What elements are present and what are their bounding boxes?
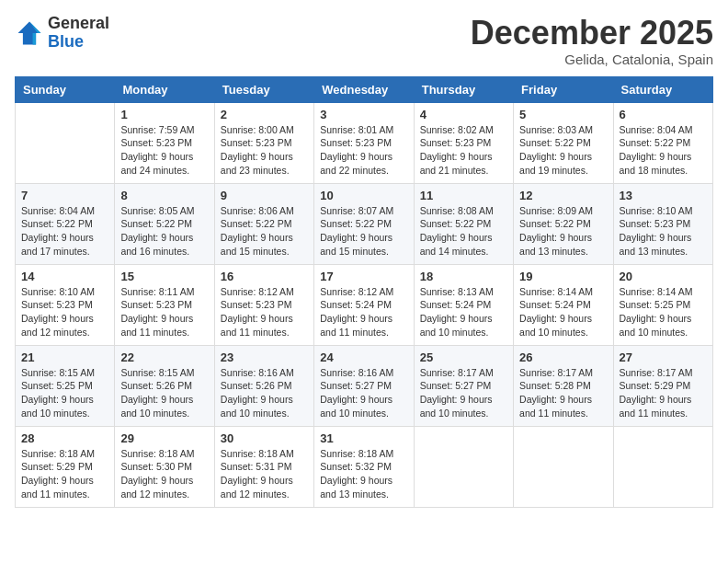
week-row-2: 7Sunrise: 8:04 AM Sunset: 5:22 PM Daylig… (16, 183, 713, 264)
day-number: 30 (221, 431, 308, 445)
calendar-cell: 7Sunrise: 8:04 AM Sunset: 5:22 PM Daylig… (16, 183, 115, 264)
day-info: Sunrise: 8:03 AM Sunset: 5:22 PM Dayligh… (519, 123, 607, 178)
calendar-cell (16, 102, 115, 183)
day-number: 3 (320, 108, 407, 121)
weekday-header-thursday: Thursday (414, 76, 513, 102)
day-info: Sunrise: 8:07 AM Sunset: 5:22 PM Dayligh… (320, 204, 407, 259)
calendar-cell: 24Sunrise: 8:16 AM Sunset: 5:27 PM Dayli… (314, 345, 414, 426)
calendar-cell: 14Sunrise: 8:10 AM Sunset: 5:23 PM Dayli… (16, 264, 115, 345)
page-header: General Blue December 2025 Gelida, Catal… (15, 15, 713, 67)
calendar-cell (514, 426, 613, 507)
day-info: Sunrise: 8:16 AM Sunset: 5:26 PM Dayligh… (221, 366, 308, 420)
calendar-cell: 17Sunrise: 8:12 AM Sunset: 5:24 PM Dayli… (314, 264, 414, 345)
day-info: Sunrise: 8:15 AM Sunset: 5:25 PM Dayligh… (21, 366, 108, 420)
day-info: Sunrise: 8:12 AM Sunset: 5:24 PM Dayligh… (320, 285, 407, 339)
logo-general-text: General (48, 15, 109, 33)
day-number: 16 (221, 270, 308, 283)
calendar-cell: 25Sunrise: 8:17 AM Sunset: 5:27 PM Dayli… (414, 345, 513, 426)
calendar-cell: 21Sunrise: 8:15 AM Sunset: 5:25 PM Dayli… (16, 345, 115, 426)
weekday-header-sunday: Sunday (16, 76, 115, 102)
calendar-cell: 8Sunrise: 8:05 AM Sunset: 5:22 PM Daylig… (115, 183, 214, 264)
day-info: Sunrise: 8:02 AM Sunset: 5:23 PM Dayligh… (420, 123, 507, 178)
day-info: Sunrise: 8:10 AM Sunset: 5:23 PM Dayligh… (620, 204, 707, 259)
logo: General Blue (15, 15, 109, 52)
day-number: 13 (620, 189, 707, 202)
day-info: Sunrise: 8:13 AM Sunset: 5:24 PM Dayligh… (420, 285, 507, 339)
day-number: 29 (120, 431, 208, 445)
day-info: Sunrise: 8:14 AM Sunset: 5:24 PM Dayligh… (519, 285, 607, 339)
title-area: December 2025 Gelida, Catalonia, Spain (471, 15, 713, 67)
day-info: Sunrise: 8:16 AM Sunset: 5:27 PM Dayligh… (320, 366, 407, 420)
calendar-cell: 5Sunrise: 8:03 AM Sunset: 5:22 PM Daylig… (514, 102, 613, 183)
calendar-cell: 20Sunrise: 8:14 AM Sunset: 5:25 PM Dayli… (613, 264, 712, 345)
day-number: 6 (620, 108, 707, 121)
logo-icon (15, 18, 44, 48)
day-info: Sunrise: 8:04 AM Sunset: 5:22 PM Dayligh… (620, 123, 707, 178)
day-number: 18 (420, 270, 507, 283)
weekday-header-wednesday: Wednesday (314, 76, 414, 102)
calendar-cell: 22Sunrise: 8:15 AM Sunset: 5:26 PM Dayli… (115, 345, 214, 426)
calendar-cell: 3Sunrise: 8:01 AM Sunset: 5:23 PM Daylig… (314, 102, 414, 183)
svg-marker-0 (18, 21, 41, 44)
day-info: Sunrise: 8:12 AM Sunset: 5:23 PM Dayligh… (221, 285, 308, 339)
calendar-cell: 26Sunrise: 8:17 AM Sunset: 5:28 PM Dayli… (514, 345, 613, 426)
calendar-body: 1Sunrise: 7:59 AM Sunset: 5:23 PM Daylig… (16, 102, 713, 507)
calendar-cell: 10Sunrise: 8:07 AM Sunset: 5:22 PM Dayli… (314, 183, 414, 264)
day-info: Sunrise: 8:01 AM Sunset: 5:23 PM Dayligh… (320, 123, 407, 178)
calendar-cell: 1Sunrise: 7:59 AM Sunset: 5:23 PM Daylig… (115, 102, 214, 183)
day-number: 11 (420, 189, 507, 202)
day-number: 17 (320, 270, 407, 283)
day-number: 1 (120, 108, 208, 121)
day-number: 9 (221, 189, 308, 202)
day-info: Sunrise: 7:59 AM Sunset: 5:23 PM Dayligh… (120, 123, 208, 178)
calendar-cell: 11Sunrise: 8:08 AM Sunset: 5:22 PM Dayli… (414, 183, 513, 264)
day-number: 23 (221, 350, 308, 364)
day-info: Sunrise: 8:14 AM Sunset: 5:25 PM Dayligh… (620, 285, 707, 339)
calendar-cell: 13Sunrise: 8:10 AM Sunset: 5:23 PM Dayli… (613, 183, 712, 264)
calendar-cell: 2Sunrise: 8:00 AM Sunset: 5:23 PM Daylig… (214, 102, 313, 183)
calendar-cell: 4Sunrise: 8:02 AM Sunset: 5:23 PM Daylig… (414, 102, 513, 183)
week-row-3: 14Sunrise: 8:10 AM Sunset: 5:23 PM Dayli… (16, 264, 713, 345)
day-info: Sunrise: 8:10 AM Sunset: 5:23 PM Dayligh… (21, 285, 108, 339)
day-number: 14 (21, 270, 108, 283)
weekday-header-tuesday: Tuesday (214, 76, 313, 102)
day-number: 12 (519, 189, 607, 202)
day-number: 20 (620, 270, 707, 283)
week-row-4: 21Sunrise: 8:15 AM Sunset: 5:25 PM Dayli… (16, 345, 713, 426)
week-row-5: 28Sunrise: 8:18 AM Sunset: 5:29 PM Dayli… (16, 426, 713, 507)
calendar-cell (613, 426, 712, 507)
calendar-cell: 27Sunrise: 8:17 AM Sunset: 5:29 PM Dayli… (613, 345, 712, 426)
day-number: 31 (320, 431, 407, 445)
calendar-cell: 31Sunrise: 8:18 AM Sunset: 5:32 PM Dayli… (314, 426, 414, 507)
day-number: 5 (519, 108, 607, 121)
logo-blue-text: Blue (48, 33, 109, 52)
day-number: 25 (420, 350, 507, 364)
day-info: Sunrise: 8:04 AM Sunset: 5:22 PM Dayligh… (21, 204, 108, 259)
day-info: Sunrise: 8:18 AM Sunset: 5:31 PM Dayligh… (221, 447, 308, 501)
calendar-cell: 9Sunrise: 8:06 AM Sunset: 5:22 PM Daylig… (214, 183, 313, 264)
day-info: Sunrise: 8:08 AM Sunset: 5:22 PM Dayligh… (420, 204, 507, 259)
calendar-cell: 15Sunrise: 8:11 AM Sunset: 5:23 PM Dayli… (115, 264, 214, 345)
day-info: Sunrise: 8:18 AM Sunset: 5:30 PM Dayligh… (120, 447, 208, 501)
logo-text: General Blue (48, 15, 109, 52)
calendar-cell: 12Sunrise: 8:09 AM Sunset: 5:22 PM Dayli… (514, 183, 613, 264)
day-info: Sunrise: 8:17 AM Sunset: 5:29 PM Dayligh… (620, 366, 707, 420)
calendar-cell (414, 426, 513, 507)
day-info: Sunrise: 8:00 AM Sunset: 5:23 PM Dayligh… (221, 123, 308, 178)
day-number: 8 (120, 189, 208, 202)
day-info: Sunrise: 8:18 AM Sunset: 5:29 PM Dayligh… (21, 447, 108, 501)
location: Gelida, Catalonia, Spain (471, 52, 713, 67)
day-number: 10 (320, 189, 407, 202)
day-number: 15 (120, 270, 208, 283)
day-info: Sunrise: 8:15 AM Sunset: 5:26 PM Dayligh… (120, 366, 208, 420)
week-row-1: 1Sunrise: 7:59 AM Sunset: 5:23 PM Daylig… (16, 102, 713, 183)
weekday-header-monday: Monday (115, 76, 214, 102)
day-number: 27 (620, 350, 707, 364)
calendar-cell: 23Sunrise: 8:16 AM Sunset: 5:26 PM Dayli… (214, 345, 313, 426)
month-title: December 2025 (471, 15, 713, 52)
calendar-cell: 19Sunrise: 8:14 AM Sunset: 5:24 PM Dayli… (514, 264, 613, 345)
day-info: Sunrise: 8:05 AM Sunset: 5:22 PM Dayligh… (120, 204, 208, 259)
day-number: 19 (519, 270, 607, 283)
calendar-cell: 28Sunrise: 8:18 AM Sunset: 5:29 PM Dayli… (16, 426, 115, 507)
day-info: Sunrise: 8:17 AM Sunset: 5:28 PM Dayligh… (519, 366, 607, 420)
